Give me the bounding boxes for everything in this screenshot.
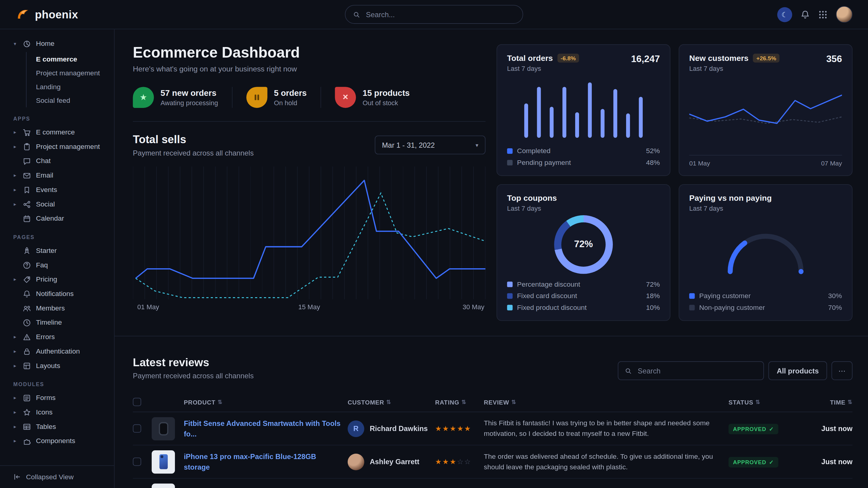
sidebar-item-starter[interactable]: Starter [0, 243, 114, 258]
row-checkbox[interactable] [133, 424, 142, 433]
tag-icon [23, 275, 31, 284]
sidebar-item-members[interactable]: Members [0, 301, 114, 316]
sort-icon: ⇅ [461, 399, 466, 405]
sidebar-item-social[interactable]: ▸ Social [0, 197, 114, 211]
product-link[interactable]: Fitbit Sense Advanced Smartwatch with To… [184, 419, 341, 438]
more-actions-button[interactable]: ⋯ [832, 361, 852, 380]
users-icon [23, 304, 31, 313]
sort-icon: ⇅ [755, 399, 760, 405]
sidebar-section-modules: MODULES [13, 381, 114, 387]
sidebar-item-authentication[interactable]: ▸ Authentication [0, 344, 114, 359]
dark-mode-toggle[interactable]: ☾ [777, 7, 792, 22]
sidebar-section-pages: PAGES [13, 234, 114, 240]
table-header: PRODUCT⇅ CUSTOMER⇅ RATING⇅ REVIEW⇅ STATU [133, 392, 852, 412]
sidebar-item-events[interactable]: ▸ Events [0, 183, 114, 197]
reviews-title: Latest reviews [133, 356, 254, 369]
date-range-select[interactable]: Mar 1 - 31, 2022 ▾ [375, 136, 486, 154]
sidebar-nav: ▾ Home E commerce Project management Lan… [0, 36, 114, 465]
pause-badge-icon [246, 87, 268, 108]
sidebar-item-calendar[interactable]: Calendar [0, 211, 114, 226]
rocket-icon [23, 247, 31, 255]
sort-icon: ⇅ [848, 399, 852, 405]
sidebar-item-email[interactable]: ▸ Email [0, 168, 114, 183]
total-orders-bar-chart [507, 72, 660, 142]
column-status[interactable]: STATUS⇅ [728, 398, 798, 405]
sort-icon: ⇅ [512, 399, 516, 405]
global-search[interactable] [345, 5, 523, 24]
sort-icon: ⇅ [386, 399, 391, 405]
rating-stars: ★★★★★ [435, 424, 484, 433]
sidebar-item-pricing[interactable]: ▸ Pricing [0, 272, 114, 287]
reviews-search[interactable] [618, 361, 764, 380]
sidebar-item-notifications[interactable]: Notifications [0, 287, 114, 301]
sidebar-item-errors[interactable]: ▸ Errors [0, 330, 114, 344]
global-search-input[interactable] [365, 10, 515, 19]
notifications-button[interactable] [801, 10, 810, 19]
sidebar-subitem-social-feed[interactable]: Social feed [27, 93, 114, 107]
column-product[interactable]: PRODUCT⇅ [184, 398, 347, 405]
star-icon [23, 408, 31, 417]
sidebar-subitem-ecommerce[interactable]: E commerce [27, 52, 114, 66]
layout-icon [23, 361, 31, 370]
sidebar-item-components[interactable]: ▸ Components [0, 434, 114, 448]
top-navbar: phoenix ☾ [0, 0, 868, 29]
brand-logo[interactable]: phoenix [16, 7, 78, 22]
caret-right-icon: ▸ [12, 144, 18, 149]
legend-non-paying-customer: Non-paying customer 70% [689, 304, 842, 312]
caret-right-icon: ▸ [12, 438, 18, 444]
cart-icon [23, 128, 31, 136]
divider [133, 121, 486, 122]
total-orders-card: Total orders -6.8% Last 7 days 16,247 [496, 44, 670, 176]
product-link[interactable]: iPhone 13 pro max-Pacific Blue-128GB sto… [184, 452, 316, 471]
sidebar-item-tables[interactable]: ▸ Tables [0, 419, 114, 434]
sidebar-item-layouts[interactable]: ▸ Layouts [0, 358, 114, 373]
sidebar-item-faq[interactable]: Faq [0, 258, 114, 272]
brand-name: phoenix [35, 8, 78, 21]
legend-fixed-product-discount: Fixed product discount 10% [507, 304, 660, 312]
sidebar-item-ecommerce[interactable]: ▸ E commerce [0, 125, 114, 139]
caret-right-icon: ▸ [12, 363, 18, 368]
sidebar-item-timeline[interactable]: Timeline [0, 315, 114, 330]
product-thumbnail[interactable] [152, 417, 175, 440]
column-time[interactable]: TIME⇅ [797, 398, 852, 405]
customer-cell: R Richard Dawkins [348, 420, 435, 437]
apps-menu-button[interactable] [818, 10, 828, 19]
column-rating[interactable]: RATING⇅ [435, 398, 484, 405]
legend-swatch [689, 305, 694, 310]
row-checkbox[interactable] [133, 458, 142, 466]
table-row [133, 479, 852, 488]
time-cell: Just now [797, 424, 852, 433]
paying-vs-nonpaying-card: Paying vs non paying Last 7 days [679, 184, 852, 321]
product-thumbnail[interactable] [152, 483, 175, 488]
sidebar-item-chat[interactable]: Chat [0, 154, 114, 168]
change-badge: -6.8% [557, 54, 579, 62]
reviews-search-input[interactable] [637, 366, 757, 375]
previous-period-line [136, 193, 486, 298]
user-avatar[interactable] [836, 6, 852, 23]
legend-percentage-discount: Percentage discount 72% [507, 281, 660, 289]
all-products-button[interactable]: All products [769, 361, 827, 380]
column-review[interactable]: REVIEW⇅ [484, 398, 728, 405]
sidebar-item-forms[interactable]: ▸ Forms [0, 391, 114, 405]
lock-icon [23, 347, 31, 356]
product-thumbnail[interactable] [152, 450, 175, 473]
collapse-sidebar-button[interactable]: Collapsed View [0, 465, 114, 488]
customer-avatar[interactable]: R [348, 420, 364, 437]
column-customer[interactable]: CUSTOMER⇅ [348, 398, 435, 405]
grid-icon [818, 10, 828, 19]
sidebar-item-icons[interactable]: ▸ Icons [0, 405, 114, 420]
page-title: Ecommerce Dashboard [133, 44, 486, 62]
table-row: iPhone 13 pro max-Pacific Blue-128GB sto… [133, 446, 852, 479]
customer-avatar[interactable] [348, 453, 364, 470]
select-all-checkbox[interactable] [133, 398, 142, 406]
total-sells-chart [133, 166, 486, 299]
sidebar-subitem-landing[interactable]: Landing [27, 79, 114, 93]
sidebar-item-home[interactable]: ▾ Home [0, 36, 114, 51]
status-badge: APPROVED✓ [728, 423, 778, 434]
sidebar-item-project-management[interactable]: ▸ Project management [0, 139, 114, 154]
search-icon [353, 11, 360, 18]
sidebar-subitem-project-management[interactable]: Project management [27, 66, 114, 79]
latest-reviews-section: Latest reviews Payment received across a… [115, 336, 868, 488]
calendar-icon [23, 214, 31, 223]
sidebar-section-apps: APPS [13, 116, 114, 122]
